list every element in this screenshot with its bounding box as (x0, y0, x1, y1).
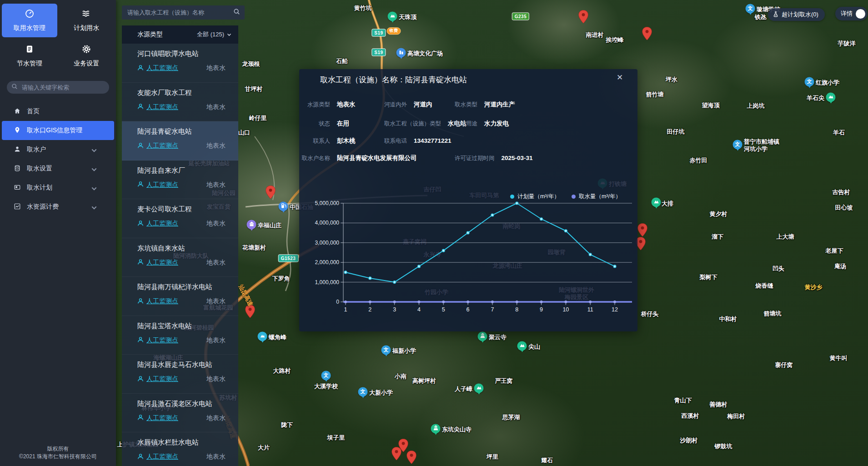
legend-item[interactable]: 计划量（m³/年） (510, 193, 560, 200)
app-tile-doc[interactable]: 节水管理 (2, 39, 57, 73)
list-item[interactable]: 麦卡公司取水工程人工监测点地表水 (122, 199, 238, 238)
manual-monitor-link[interactable]: 人工监测点 (137, 181, 178, 189)
toggle-knob[interactable] (856, 9, 865, 19)
app-tile-gear[interactable]: 业务设置 (59, 39, 115, 73)
school-poi-pin[interactable]: 文 (733, 140, 743, 149)
list-item[interactable]: 陆河县宝塔水电站人工监测点地表水 (122, 316, 238, 355)
school-poi-pin[interactable]: 文 (746, 4, 755, 13)
road-badge-s19: S19 (371, 29, 386, 37)
card-icon (14, 184, 21, 192)
app-tile-waves[interactable]: 计划用水 (59, 4, 115, 37)
field-label: 联系人 (299, 136, 330, 145)
tile-label: 节水管理 (17, 60, 42, 68)
manual-monitor-link[interactable]: 人工监测点 (137, 220, 178, 228)
svg-text:3: 3 (393, 306, 396, 313)
mount-icon (828, 93, 834, 101)
tile-label: 计划用水 (74, 24, 99, 32)
intake-plan-chart: 01,000,0002,000,0003,000,0004,000,0005,0… (299, 182, 637, 327)
red-map-pin[interactable] (638, 223, 647, 236)
close-icon[interactable]: ✕ (615, 73, 625, 83)
sidebar-search[interactable] (7, 81, 109, 94)
detail-toggle[interactable]: 详情 (835, 7, 868, 20)
red-map-pin[interactable] (579, 10, 588, 23)
sidebar-item[interactable]: 取水设置 (2, 159, 114, 178)
manual-monitor-link[interactable]: 人工监测点 (137, 297, 178, 306)
list-item[interactable]: 东坑镇自来水站人工监测点地表水 (122, 238, 238, 277)
resort-poi-pin[interactable] (247, 220, 256, 229)
map-place-label: 沙朗村 (680, 437, 698, 444)
mount-poi-pin[interactable] (826, 92, 836, 102)
sidebar-search-input[interactable] (21, 84, 105, 91)
doc-icon (25, 44, 35, 56)
water-type: 地表水 (206, 220, 226, 228)
sidebar-item[interactable]: 取水计划 (2, 178, 114, 197)
search-icon[interactable] (233, 8, 240, 17)
legend-item[interactable]: 取水量（m³/年） (572, 193, 621, 200)
list-item[interactable]: 友能水厂取水工程人工监测点地表水 (122, 83, 238, 122)
list-item[interactable]: 陆河县水唇走马石水电站人工监测点地表水 (122, 355, 238, 394)
map-poi-label: 人子嶂 (455, 386, 472, 393)
detail-toggle-label: 详情 (841, 10, 853, 18)
manual-monitor-link[interactable]: 人工监测点 (137, 414, 178, 422)
mount-poi-pin[interactable] (474, 383, 484, 393)
person-icon (137, 414, 144, 422)
sidebar: 取用水管理计划用水节水管理业务设置 首页取水口GIS信息管理取水户取水设置取水计… (0, 0, 116, 466)
mount-poi-pin[interactable] (517, 341, 527, 351)
field-label: 水源类型 (299, 100, 330, 109)
station-name: 陆河县激石溪老区水电站 (137, 400, 232, 408)
manual-monitor-link[interactable]: 人工监测点 (137, 453, 178, 461)
list-item[interactable]: 河口镇唱歌潭水电站人工监测点地表水 (122, 44, 238, 83)
plaza-poi-pin[interactable] (396, 48, 406, 57)
school-poi-pin[interactable]: 文 (358, 387, 368, 396)
map-place-label: 坪水 (666, 76, 677, 83)
sidebar-item[interactable]: 水资源计费 (2, 197, 114, 216)
sidebar-menu: 首页取水口GIS信息管理取水户取水设置取水计划水资源计费 (0, 102, 116, 216)
manual-monitor-link[interactable]: 人工监测点 (137, 64, 178, 72)
app-tile-meter[interactable]: 取用水管理 (2, 4, 57, 37)
red-map-pin[interactable] (407, 451, 416, 464)
list-item[interactable]: 陆河县激石溪老区水电站人工监测点地表水 (122, 394, 238, 433)
red-map-pin[interactable] (399, 439, 408, 452)
map-place-label: 吉告村 (833, 189, 850, 196)
station-search-input[interactable] (126, 9, 233, 16)
list-item[interactable]: 陆河县自来水厂人工监测点地表水 (122, 160, 238, 200)
map-place-label: 挨埪峰 (606, 36, 624, 44)
temple-poi-pin[interactable] (431, 424, 441, 433)
chevron-down-icon (90, 166, 96, 171)
svg-text:7: 7 (491, 306, 494, 313)
school-poi-pin[interactable]: 文 (381, 345, 391, 355)
sidebar-item-label: 取水户 (27, 145, 46, 154)
list-item[interactable]: 陆河县青碇水电站人工监测点地表水 (122, 121, 238, 160)
detail-field: 河道内外河道内 (384, 100, 432, 109)
manual-monitor-link[interactable]: 人工监测点 (137, 336, 178, 345)
list-item[interactable]: 陆河县南万镇杞洋水电站人工监测点地表水 (122, 277, 238, 316)
red-map-pin[interactable] (266, 185, 276, 199)
gas-poi-pin[interactable] (279, 201, 288, 211)
person-icon (137, 142, 144, 150)
filter-dropdown[interactable]: 全部 (125) (197, 30, 232, 39)
temple-poi-pin[interactable] (478, 331, 487, 341)
map-place-label: 思茅湖 (502, 414, 520, 421)
red-map-pin[interactable] (642, 27, 652, 40)
manual-monitor-link[interactable]: 人工监测点 (137, 375, 178, 383)
mount-poi-pin[interactable] (388, 11, 397, 21)
manual-monitor-link[interactable]: 人工监测点 (137, 103, 178, 111)
mount-poi-pin[interactable] (652, 197, 661, 207)
water-type: 地表水 (206, 142, 226, 150)
school-icon: 文 (748, 6, 753, 11)
legend-label: 计划量（m³/年） (517, 193, 560, 200)
sidebar-item[interactable]: 首页 (2, 102, 114, 121)
monitor-label: 人工监测点 (146, 414, 178, 422)
manual-monitor-link[interactable]: 人工监测点 (137, 142, 178, 150)
list-item[interactable]: 水唇镇水栏肚水电站人工监测点地表水 (122, 432, 238, 466)
place-poi-pin[interactable] (258, 331, 267, 341)
sidebar-item[interactable]: 取水口GIS信息管理 (2, 121, 114, 140)
school-poi-pin[interactable]: 文 (321, 371, 331, 380)
sidebar-item[interactable]: 取水户 (2, 140, 114, 159)
detail-field: 取水工程（设施）类型水电站 (384, 119, 467, 128)
manual-monitor-link[interactable]: 人工监测点 (137, 259, 178, 267)
school-poi-pin[interactable]: 文 (805, 77, 814, 86)
school-icon: 文 (735, 142, 740, 147)
station-search[interactable] (122, 5, 245, 20)
over-plan-intake-badge[interactable]: 超计划取水(0) (768, 8, 825, 21)
